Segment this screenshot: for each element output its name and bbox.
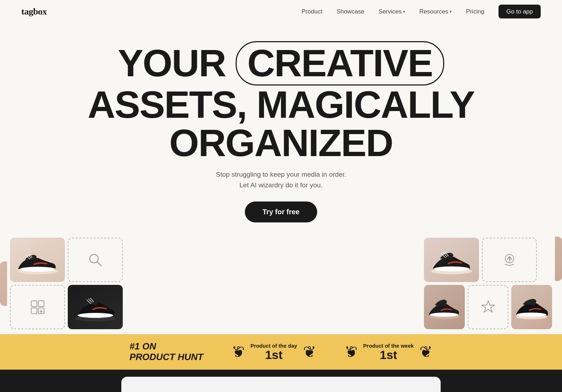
- shoe-image-2: [68, 285, 123, 329]
- svg-point-4: [20, 267, 55, 272]
- hero-cta-button[interactable]: Try for free: [245, 201, 317, 222]
- svg-point-17: [78, 313, 113, 318]
- dashed-upload-cell: [482, 238, 537, 282]
- dark-section: [0, 370, 562, 392]
- logo[interactable]: tagbox: [21, 6, 47, 17]
- nav-pricing[interactable]: Pricing: [466, 8, 484, 15]
- laurel-left-week: ❦: [345, 343, 358, 361]
- hero-line1: YOUR: [118, 42, 226, 84]
- hero-subtitle: Stop struggling to keep your media in or…: [21, 169, 541, 191]
- hero-highlight: CREATIVE: [236, 41, 444, 85]
- award-day-badge: ❦ Product of the day 1st ❦: [232, 343, 316, 361]
- bottom-preview-card: [121, 377, 441, 392]
- navbar: tagbox Product Showcase Services Resourc…: [0, 0, 562, 23]
- shoe-image-3: [424, 238, 479, 282]
- image-grid: [0, 233, 562, 334]
- hero-section: YOUR CREATIVE ASSETS, MAGICALLY ORGANIZE…: [0, 23, 562, 233]
- award-week-badge: ❦ Product of the week 1st ❦: [345, 343, 433, 361]
- svg-point-29: [517, 313, 546, 317]
- laurel-right-week: ❦: [419, 343, 432, 361]
- laurel-left-day: ❦: [232, 343, 245, 361]
- hero-headline: YOUR CREATIVE ASSETS, MAGICALLY ORGANIZE…: [21, 41, 541, 162]
- edge-right-top: [555, 237, 562, 281]
- svg-line-6: [97, 262, 101, 266]
- producthunt-label: #1 ON PRODUCT HUNT: [130, 341, 203, 363]
- hero-line2: ASSETS, MAGICALLY: [88, 83, 474, 126]
- laurel-right-day: ❦: [303, 343, 316, 361]
- shoe-image-4: [424, 285, 465, 329]
- svg-rect-7: [31, 301, 37, 307]
- svg-point-26: [430, 313, 458, 317]
- nav-showcase[interactable]: Showcase: [336, 8, 364, 15]
- svg-rect-9: [31, 308, 37, 314]
- award-day-rank: 1st: [250, 349, 297, 361]
- nav-services[interactable]: Services: [379, 8, 405, 15]
- nav-product[interactable]: Product: [302, 8, 323, 15]
- shoe-image-1: [10, 238, 65, 282]
- hero-line3: ORGANIZED: [169, 121, 393, 164]
- edge-left-top: [0, 261, 7, 306]
- nav-goto-app-button[interactable]: Go to app: [498, 5, 541, 18]
- svg-rect-8: [38, 301, 44, 307]
- nav-resources[interactable]: Resources: [419, 8, 452, 15]
- svg-point-22: [434, 266, 469, 271]
- dashed-search-cell: [68, 238, 123, 282]
- dashed-star-cell: [468, 285, 508, 329]
- shoe-image-5: [511, 285, 552, 329]
- awards-banner: #1 ON PRODUCT HUNT ❦ Product of the day …: [0, 334, 562, 370]
- award-week-rank: 1st: [363, 349, 414, 361]
- svg-marker-27: [482, 301, 495, 312]
- dashed-grid-cell: [10, 285, 65, 329]
